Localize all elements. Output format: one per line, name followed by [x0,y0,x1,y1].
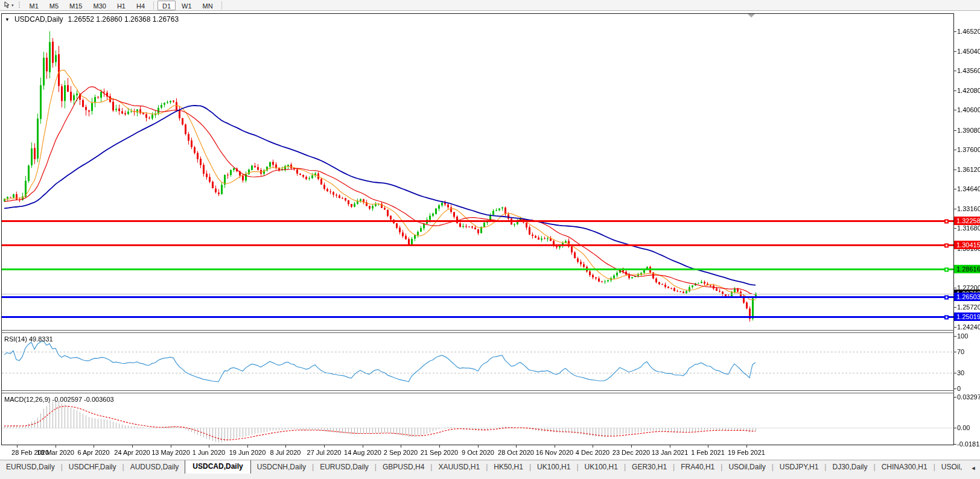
chart-canvas[interactable] [0,0,980,479]
time-axis-tick [746,445,747,448]
price-axis-tick [953,428,956,428]
price-axis-label: 1.31680 [957,224,980,232]
tab-eurusd-daily[interactable]: EURUSD,Daily [314,461,375,474]
horizontal-line-1.30415[interactable] [2,244,953,246]
price-axis-label: 30 [957,369,964,376]
price-axis-label: 1.45040 [957,48,980,55]
tab-usdchf-daily[interactable]: USDCHF,Daily [63,461,122,474]
rsi-label: RSI(14) 49.8331 [4,335,53,343]
tab-china300-h1[interactable]: CHINA300,H1 [876,461,934,474]
price-axis-tick [953,373,956,373]
time-axis-tick [555,445,555,448]
price-axis-tick [953,150,956,150]
line-handle[interactable] [944,243,949,247]
time-axis-tick [401,445,401,448]
time-axis-label: 19 Feb 2021 [728,449,765,456]
time-axis-label: 4 Dec 2020 [576,449,609,456]
time-axis-tick [247,445,248,448]
tab-uk100-h1[interactable]: UK100,H1 [531,461,576,474]
macd-label: MACD(12,26,9) -0.002597 -0.003603 [4,396,114,403]
tab-fra40-h1[interactable]: FRA40,H1 [675,461,721,474]
horizontal-line-1.25019[interactable] [2,316,953,318]
time-axis-label: 18 Mar 2020 [37,449,74,456]
tab-uk100-h1[interactable]: UK100,H1 [579,461,624,474]
price-axis-label: 1.37600 [957,146,980,153]
chart-menu-icon[interactable]: ▼ [5,17,10,22]
price-axis-tick [953,170,956,170]
time-axis-tick [670,445,670,448]
line-handle[interactable] [944,267,949,271]
tab-gbpusd-h4[interactable]: GBPUSD,H4 [377,461,430,474]
tab-usdjpy-h1[interactable]: USDJPY,H1 [774,461,824,474]
horizontal-line-1.28616[interactable] [2,268,953,270]
price-badge-1.28616: 1.28616 [954,265,980,273]
time-axis-tick [478,445,479,448]
price-axis-tick [953,51,956,52]
price-axis-tick [953,209,956,209]
time-axis-tick [593,445,593,448]
tab-xauusd-h1[interactable]: XAUUSD,H1 [432,461,486,474]
line-handle[interactable] [944,219,949,223]
time-axis-tick [56,445,56,448]
tab-eurusd-daily[interactable]: EURUSD,Daily [0,461,61,474]
tab-dj30-daily[interactable]: DJ30,Daily [826,461,873,474]
price-badge-1.25019: 1.25019 [954,312,980,321]
mt4-application: ▾ M1M5M15M30H1H4 D1W1MN ▼ USDCAD,Daily 1… [0,0,980,479]
price-axis-label: 0 [957,385,961,392]
panel-splitter[interactable] [1,332,954,333]
time-axis-tick [17,445,18,448]
price-axis-tick [953,130,956,131]
time-axis-tick [285,445,286,448]
price-axis-label: 1.36120 [957,166,980,173]
horizontal-line-1.32258[interactable] [2,220,953,222]
tab-ger30-h1[interactable]: GER30,H1 [626,461,673,474]
time-axis-tick [171,445,171,448]
price-axis-label: 70 [957,348,964,355]
price-axis-tick [953,90,956,91]
price-axis-label: 1.25720 [957,303,980,311]
symbol-tab-bar: EURUSD,Daily|USDCHF,Daily|AUDUSD,DailyUS… [0,460,980,474]
time-axis-label: 27 Jul 2020 [307,449,342,456]
time-axis-tick [363,445,363,448]
time-axis-tick [708,445,708,448]
tab-scroll-left-button[interactable]: ◄ [970,465,976,471]
time-axis-label: 13 Jan 2021 [652,449,689,456]
tab-audusd-daily[interactable]: AUDUSD,Daily [124,461,185,474]
line-handle[interactable] [944,315,949,319]
line-handle[interactable] [944,295,949,299]
time-axis-label: 13 May 2020 [151,449,190,456]
time-axis-label: 6 Apr 2020 [77,449,109,456]
price-axis-tick [953,352,956,352]
price-axis-label: 1.40600 [957,106,980,113]
tab-usdcad-daily[interactable]: USDCAD,Daily [185,460,250,474]
tab-hk50-h1[interactable]: HK50,H1 [488,461,529,474]
time-axis-label: 8 Jul 2020 [270,449,301,456]
time-axis-tick [94,445,94,448]
current-price-line [2,294,953,294]
horizontal-line-1.26503[interactable] [2,296,953,298]
time-axis-label: 23 Dec 2020 [612,449,650,456]
chart-symbol-label: USDCAD,Daily [14,15,63,24]
price-axis-label: 1.42080 [957,87,980,94]
time-axis-label: 14 Aug 2020 [344,449,381,456]
price-axis-tick [953,228,956,229]
panel-splitter-2[interactable] [1,393,954,393]
time-axis-tick [132,445,133,448]
panel-splitter-2[interactable] [1,390,954,391]
price-axis-tick [953,327,956,328]
time-axis-label: 2 Sep 2020 [384,449,418,456]
time-axis-label: 24 Apr 2020 [114,449,150,456]
price-axis-label: 100 [957,332,968,340]
time-axis-tick [631,445,632,448]
price-axis-label: 1.43560 [957,67,980,74]
time-axis-tick [209,445,209,448]
price-badge-1.26503: 1.26503 [954,293,980,301]
window-drag-marker-icon[interactable] [748,14,755,17]
tab-usdcnh-daily[interactable]: USDCNH,Daily [251,461,312,474]
price-axis-label: 0.00 [957,424,970,431]
panel-splitter[interactable] [1,330,954,331]
price-axis-tick [953,397,956,398]
tab-usoil-[interactable]: USOil, [935,461,969,474]
tab-usoil-daily[interactable]: USOil,Daily [722,461,771,474]
price-axis-label: 1.46520 [957,28,980,35]
